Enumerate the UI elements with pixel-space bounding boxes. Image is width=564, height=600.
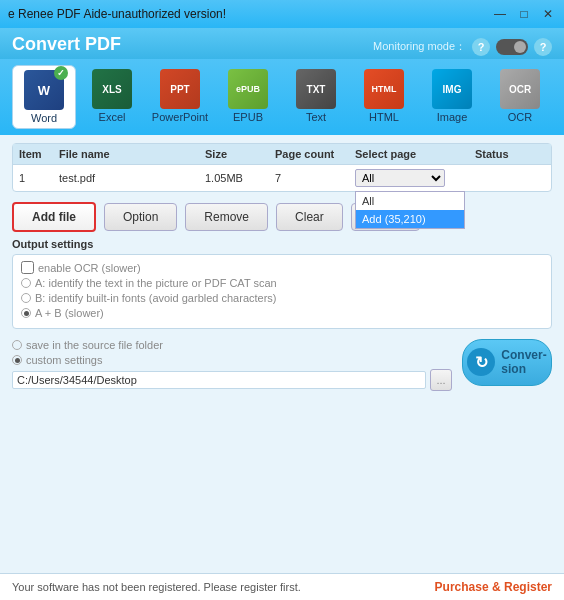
image-label: Image bbox=[437, 111, 468, 123]
title-bar: e Renee PDF Aide-unauthorized version! —… bbox=[0, 0, 564, 28]
remove-button[interactable]: Remove bbox=[185, 203, 268, 231]
cell-size: 1.05MB bbox=[205, 172, 275, 184]
format-item-image[interactable]: IMG Image bbox=[420, 65, 484, 129]
page-dropdown-overlay: All Add (35,210) bbox=[355, 191, 465, 229]
settings-box: enable OCR (slower) A: identify the text… bbox=[12, 254, 552, 329]
col-selectpage: Select page bbox=[355, 148, 475, 160]
close-button[interactable]: ✕ bbox=[540, 6, 556, 22]
format-item-powerpoint[interactable]: PPT PowerPoint bbox=[148, 65, 212, 129]
bottom-section: save in the source file folder custom se… bbox=[12, 339, 552, 391]
maximize-button[interactable]: □ bbox=[516, 6, 532, 22]
select-page-cell: All All Add (35,210) bbox=[355, 169, 475, 187]
option-a-label: A: identify the text in the picture or P… bbox=[35, 277, 277, 289]
format-bar: W ✓ Word XLS Excel PPT PowerPoint ePUB E… bbox=[0, 59, 564, 135]
col-pagecount: Page count bbox=[275, 148, 355, 160]
save-custom-radio[interactable] bbox=[12, 355, 22, 365]
epub-icon: ePUB bbox=[228, 69, 268, 109]
col-item: Item bbox=[19, 148, 59, 160]
monitoring-bar: Monitoring mode： ? ? bbox=[373, 38, 552, 56]
format-item-word[interactable]: W ✓ Word bbox=[12, 65, 76, 129]
option-b-row: B: identify built-in fonts (avoid garble… bbox=[21, 292, 543, 304]
save-source-label: save in the source file folder bbox=[26, 339, 163, 351]
option-button[interactable]: Option bbox=[104, 203, 177, 231]
browse-button[interactable]: ... bbox=[430, 369, 452, 391]
save-options: save in the source file folder custom se… bbox=[12, 339, 452, 391]
word-icon: W ✓ bbox=[24, 70, 64, 110]
text-label: Text bbox=[306, 111, 326, 123]
file-table: Item File name Size Page count Select pa… bbox=[12, 143, 552, 192]
top-header: Convert PDF Monitoring mode： ? ? bbox=[0, 28, 564, 59]
left-bottom: save in the source file folder custom se… bbox=[12, 339, 452, 391]
help-icon[interactable]: ? bbox=[534, 38, 552, 56]
footer-bar: Your software has not been registered. P… bbox=[0, 573, 564, 600]
convert-btn-wrapper: ↻ Conver-sion bbox=[462, 339, 552, 391]
monitoring-toggle[interactable] bbox=[496, 39, 528, 55]
col-size: Size bbox=[205, 148, 275, 160]
output-settings-title: Output settings bbox=[12, 238, 552, 250]
footer-message: Your software has not been registered. P… bbox=[12, 581, 301, 593]
ppt-icon: PPT bbox=[160, 69, 200, 109]
convert-button[interactable]: ↻ Conver-sion bbox=[462, 339, 552, 386]
content-area: Item File name Size Page count Select pa… bbox=[0, 135, 564, 573]
word-label: Word bbox=[31, 112, 57, 124]
toggle-knob bbox=[514, 41, 526, 53]
enable-ocr-checkbox[interactable] bbox=[21, 261, 34, 274]
image-icon: IMG bbox=[432, 69, 472, 109]
save-source-row: save in the source file folder bbox=[12, 339, 452, 351]
text-icon: TXT bbox=[296, 69, 336, 109]
col-status: Status bbox=[475, 148, 545, 160]
app-title: e Renee PDF Aide-unauthorized version! bbox=[8, 7, 226, 21]
word-check-badge: ✓ bbox=[54, 66, 68, 80]
ocr-row: enable OCR (slower) bbox=[21, 261, 543, 274]
enable-ocr-label: enable OCR (slower) bbox=[38, 262, 141, 274]
action-buttons: Add file Option Remove Clear About bbox=[12, 202, 552, 232]
cell-item: 1 bbox=[19, 172, 59, 184]
dropdown-option-all[interactable]: All bbox=[356, 192, 464, 210]
purchase-register-button[interactable]: Purchase & Register bbox=[435, 580, 552, 594]
option-a-radio[interactable] bbox=[21, 278, 31, 288]
convert-label: Conver-sion bbox=[501, 348, 546, 377]
ocr-label: OCR bbox=[508, 111, 532, 123]
option-ab-radio[interactable] bbox=[21, 308, 31, 318]
epub-label: EPUB bbox=[233, 111, 263, 123]
excel-label: Excel bbox=[99, 111, 126, 123]
dropdown-option-add[interactable]: Add (35,210) bbox=[356, 210, 464, 228]
format-item-excel[interactable]: XLS Excel bbox=[80, 65, 144, 129]
option-ab-row: A + B (slower) bbox=[21, 307, 543, 319]
format-item-ocr[interactable]: OCR OCR bbox=[488, 65, 552, 129]
col-filename: File name bbox=[59, 148, 205, 160]
format-item-html[interactable]: HTML HTML bbox=[352, 65, 416, 129]
ppt-label: PowerPoint bbox=[152, 111, 208, 123]
output-settings: Output settings enable OCR (slower) A: i… bbox=[12, 238, 552, 329]
cell-filename: test.pdf bbox=[59, 172, 205, 184]
clear-button[interactable]: Clear bbox=[276, 203, 343, 231]
format-item-epub[interactable]: ePUB EPUB bbox=[216, 65, 280, 129]
option-b-label: B: identify built-in fonts (avoid garble… bbox=[35, 292, 277, 304]
table-header: Item File name Size Page count Select pa… bbox=[13, 144, 551, 165]
html-label: HTML bbox=[369, 111, 399, 123]
minimize-button[interactable]: — bbox=[492, 6, 508, 22]
table-row: 1 test.pdf 1.05MB 7 All All Add (35,210) bbox=[13, 165, 551, 191]
save-source-radio[interactable] bbox=[12, 340, 22, 350]
window-controls: — □ ✕ bbox=[492, 6, 556, 22]
save-custom-label: custom settings bbox=[26, 354, 102, 366]
monitoring-label: Monitoring mode： bbox=[373, 39, 466, 54]
convert-icon: ↻ bbox=[467, 348, 495, 376]
page-select[interactable]: All bbox=[355, 169, 445, 187]
excel-icon: XLS bbox=[92, 69, 132, 109]
add-file-button[interactable]: Add file bbox=[12, 202, 96, 232]
monitoring-help-icon[interactable]: ? bbox=[472, 38, 490, 56]
option-b-radio[interactable] bbox=[21, 293, 31, 303]
custom-path-row: ... bbox=[12, 369, 452, 391]
main-content: Convert PDF Monitoring mode： ? ? W ✓ Wor… bbox=[0, 28, 564, 600]
path-input[interactable] bbox=[12, 371, 426, 389]
convert-pdf-title: Convert PDF bbox=[12, 34, 121, 59]
format-item-text[interactable]: TXT Text bbox=[284, 65, 348, 129]
html-icon: HTML bbox=[364, 69, 404, 109]
save-custom-row: custom settings bbox=[12, 354, 452, 366]
option-a-row: A: identify the text in the picture or P… bbox=[21, 277, 543, 289]
ocr-icon: OCR bbox=[500, 69, 540, 109]
option-ab-label: A + B (slower) bbox=[35, 307, 104, 319]
cell-pagecount: 7 bbox=[275, 172, 355, 184]
